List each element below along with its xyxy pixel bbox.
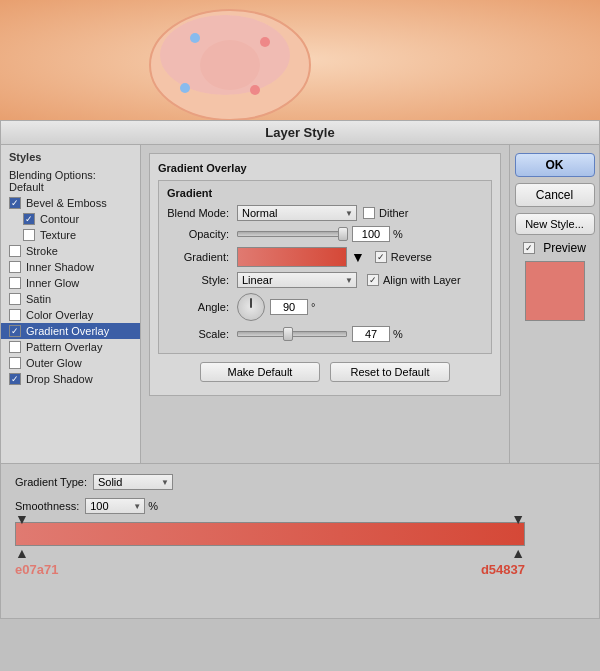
dialog-body: Styles Blending Options: Default Bevel &… (0, 144, 600, 464)
right-panel: OK Cancel New Style... Preview (509, 145, 599, 463)
gradient-stops-bottom: ▲ ▲ (15, 546, 525, 560)
smoothness-unit: % (148, 500, 158, 512)
new-style-button[interactable]: New Style... (515, 213, 595, 235)
inner-shadow-checkbox[interactable] (9, 261, 21, 273)
gradient-sub-title: Gradient (167, 187, 483, 199)
sidebar-item-drop-shadow[interactable]: Drop Shadow (1, 371, 140, 387)
opacity-slider-track[interactable] (237, 231, 347, 237)
reset-to-default-button[interactable]: Reset to Default (330, 362, 450, 382)
gradient-sub-section: Gradient Blend Mode: Normal Dither (158, 180, 492, 354)
sidebar-drop-shadow-label: Drop Shadow (26, 373, 93, 385)
reverse-label: Reverse (391, 251, 432, 263)
dialog-title-bar: Layer Style (0, 120, 600, 144)
drop-shadow-checkbox[interactable] (9, 373, 21, 385)
svg-point-4 (190, 33, 200, 43)
make-default-button[interactable]: Make Default (200, 362, 320, 382)
opacity-row: Opacity: % (167, 226, 483, 242)
dialog-title: Layer Style (265, 125, 334, 140)
dither-checkbox[interactable] (363, 207, 375, 219)
sidebar-pattern-overlay-label: Pattern Overlay (26, 341, 102, 353)
scale-unit: % (393, 328, 403, 340)
sidebar: Styles Blending Options: Default Bevel &… (1, 145, 141, 463)
stop-marker-top-left[interactable]: ▼ (15, 512, 29, 526)
cancel-button[interactable]: Cancel (515, 183, 595, 207)
scale-slider-thumb[interactable] (283, 327, 293, 341)
svg-point-6 (250, 85, 260, 95)
gradient-dropdown-arrow[interactable]: ▼ (351, 249, 365, 265)
sidebar-item-inner-glow[interactable]: Inner Glow (1, 275, 140, 291)
contour-checkbox[interactable] (23, 213, 35, 225)
sidebar-item-satin[interactable]: Satin (1, 291, 140, 307)
angle-input[interactable] (270, 299, 308, 315)
gradient-overlay-checkbox[interactable] (9, 325, 21, 337)
scale-slider-track[interactable] (237, 331, 347, 337)
top-image (0, 0, 600, 120)
scale-input[interactable] (352, 326, 390, 342)
sidebar-bevel-label: Bevel & Emboss (26, 197, 107, 209)
sidebar-title: Styles (1, 149, 140, 167)
sidebar-item-gradient-overlay[interactable]: Gradient Overlay (1, 323, 140, 339)
sidebar-item-blending-options[interactable]: Blending Options: Default (1, 167, 140, 195)
opacity-label: Opacity: (167, 228, 237, 240)
color-label-left[interactable]: e07a71 (15, 562, 58, 577)
stop-marker-top-right[interactable]: ▼ (511, 512, 525, 526)
align-layer-checkbox[interactable] (367, 274, 379, 286)
gradient-row: Gradient: ▼ Reverse (167, 247, 483, 267)
sidebar-item-color-overlay[interactable]: Color Overlay (1, 307, 140, 323)
sidebar-blending-label: Blending Options: Default (9, 169, 132, 193)
color-label-right[interactable]: d54837 (481, 562, 525, 577)
gradient-type-row: Gradient Type: Solid (15, 474, 585, 490)
sidebar-satin-label: Satin (26, 293, 51, 305)
preview-row: Preview (523, 241, 586, 255)
sidebar-inner-glow-label: Inner Glow (26, 277, 79, 289)
scale-row: Scale: % (167, 326, 483, 342)
angle-row: Angle: ° (167, 293, 483, 321)
color-overlay-checkbox[interactable] (9, 309, 21, 321)
blend-mode-select[interactable]: Normal (237, 205, 357, 221)
gradient-type-select-wrapper: Solid (93, 474, 173, 490)
style-row: Style: Linear Align with Layer (167, 272, 483, 288)
gradient-type-select[interactable]: Solid (93, 474, 173, 490)
gradient-overlay-section: Gradient Overlay Gradient Blend Mode: No… (149, 153, 501, 396)
blend-mode-select-wrapper: Normal (237, 205, 357, 221)
inner-glow-checkbox[interactable] (9, 277, 21, 289)
opacity-input[interactable] (352, 226, 390, 242)
pattern-overlay-checkbox[interactable] (9, 341, 21, 353)
align-layer-checkbox-label[interactable]: Align with Layer (367, 274, 461, 286)
sidebar-item-contour[interactable]: Contour (1, 211, 140, 227)
gradient-swatch[interactable] (237, 247, 347, 267)
sidebar-item-pattern-overlay[interactable]: Pattern Overlay (1, 339, 140, 355)
sidebar-item-bevel-emboss[interactable]: Bevel & Emboss (1, 195, 140, 211)
style-label: Style: (167, 274, 237, 286)
svg-point-3 (160, 15, 290, 95)
reverse-checkbox-label[interactable]: Reverse (375, 251, 432, 263)
sidebar-item-stroke[interactable]: Stroke (1, 243, 140, 259)
satin-checkbox[interactable] (9, 293, 21, 305)
bevel-emboss-checkbox[interactable] (9, 197, 21, 209)
outer-glow-checkbox[interactable] (9, 357, 21, 369)
angle-dial[interactable] (237, 293, 265, 321)
style-select-wrapper: Linear (237, 272, 357, 288)
sidebar-inner-shadow-label: Inner Shadow (26, 261, 94, 273)
preview-checkbox[interactable] (523, 242, 535, 254)
stop-marker-bottom-left[interactable]: ▲ (15, 546, 29, 560)
dither-checkbox-label[interactable]: Dither (363, 207, 408, 219)
sidebar-item-inner-shadow[interactable]: Inner Shadow (1, 259, 140, 275)
sidebar-color-overlay-label: Color Overlay (26, 309, 93, 321)
stroke-checkbox[interactable] (9, 245, 21, 257)
opacity-slider-thumb[interactable] (338, 227, 348, 241)
blend-mode-row: Blend Mode: Normal Dither (167, 205, 483, 221)
opacity-unit: % (393, 228, 403, 240)
sidebar-item-texture[interactable]: Texture (1, 227, 140, 243)
gradient-editor: Gradient Type: Solid Smoothness: 100 % ▼… (0, 464, 600, 619)
ok-button[interactable]: OK (515, 153, 595, 177)
sidebar-contour-label: Contour (40, 213, 79, 225)
style-select[interactable]: Linear (237, 272, 357, 288)
angle-label: Angle: (167, 301, 237, 313)
action-buttons-row: Make Default Reset to Default (158, 362, 492, 382)
texture-checkbox[interactable] (23, 229, 35, 241)
sidebar-outer-glow-label: Outer Glow (26, 357, 82, 369)
sidebar-item-outer-glow[interactable]: Outer Glow (1, 355, 140, 371)
stop-marker-bottom-right[interactable]: ▲ (511, 546, 525, 560)
reverse-checkbox[interactable] (375, 251, 387, 263)
